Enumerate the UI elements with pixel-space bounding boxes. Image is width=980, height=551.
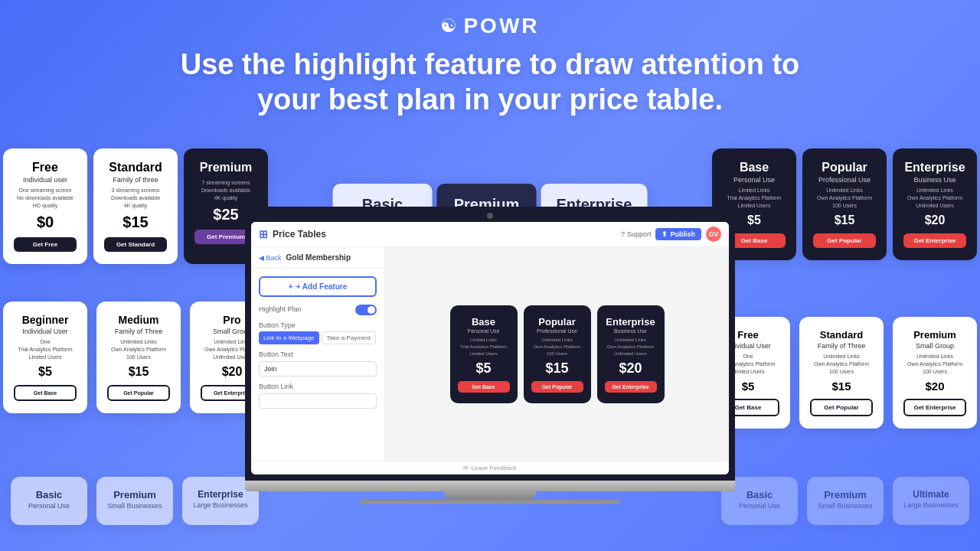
right-cards-group-2: Free Individual User OneTrial Analytics …: [703, 314, 980, 432]
button-link-label: Button Link: [259, 383, 377, 390]
highlight-plan-toggle[interactable]: [355, 305, 377, 315]
laptop-screen: ⊞ Price Tables ? Support ⬆ Publish GV: [245, 207, 735, 481]
button-text-option: Button Text: [259, 350, 377, 377]
right-cards-group: Base Personal Use Limited LinksTrial Ana…: [709, 145, 980, 263]
get-base-button[interactable]: Get Base: [14, 385, 77, 401]
avatar: GV: [706, 227, 721, 242]
left-cards-group: Free Individual user One streaming scree…: [0, 145, 271, 267]
app-body: ◀ Back Gold Membership + + Add Feature: [251, 247, 729, 461]
link-to-webpage-button[interactable]: Link to a Webpage: [259, 331, 319, 344]
preview-card-base: Base Personal Use Limited LinksTrial Ana…: [450, 305, 518, 403]
back-button[interactable]: ◀ Back: [259, 254, 282, 262]
support-icon: ?: [621, 230, 625, 238]
get-enterprise-button[interactable]: Get Enterprise: [903, 399, 966, 416]
laptop-notch: [487, 213, 493, 219]
list-item: Ultimate Large Businesses: [893, 477, 969, 525]
get-base-preview-button[interactable]: Get Base: [458, 381, 510, 393]
card-title: Free: [32, 161, 58, 174]
app-ui: ⊞ Price Tables ? Support ⬆ Publish GV: [251, 222, 729, 474]
app-title-icon: ⊞: [259, 228, 268, 240]
list-item: Free Individual user One streaming scree…: [3, 148, 87, 264]
list-item: Enterprise Business Use Unlimited LinksO…: [893, 148, 977, 260]
button-text-input[interactable]: [259, 361, 377, 377]
button-link-input[interactable]: [259, 393, 377, 409]
headline: Use the highlight feature to draw attent…: [145, 47, 835, 117]
get-free-button[interactable]: Get Free: [14, 237, 77, 252]
sidebar-nav: ◀ Back Gold Membership: [251, 247, 384, 269]
bottom-left-cards: Basic Personal Use Premium Small Busines…: [8, 474, 262, 528]
get-popular-button[interactable]: Get Popular: [810, 399, 873, 416]
button-type-label: Button Type: [259, 321, 377, 329]
app-footer: ✉ Leave Feedback: [251, 461, 729, 474]
take-payment-button[interactable]: Take a Payment: [322, 331, 376, 344]
list-item: Basic Personal Use: [11, 477, 87, 525]
get-popular-button[interactable]: Get Popular: [107, 385, 170, 401]
highlight-plan-label: Highlight Plan: [259, 305, 302, 313]
list-item: Standard Family of three 3 streaming scr…: [93, 148, 178, 264]
get-popular-button[interactable]: Get Popular: [813, 233, 876, 248]
app-title-text: Price Tables: [273, 229, 326, 240]
list-item: Popular Professional Use Unlimited Links…: [802, 148, 887, 260]
app-sidebar: ◀ Back Gold Membership + + Add Feature: [251, 247, 385, 461]
publish-icon: ⬆: [662, 230, 668, 238]
app-preview: Base Personal Use Limited LinksTrial Ana…: [385, 247, 729, 461]
button-type-group: Link to a Webpage Take a Payment: [259, 331, 377, 344]
page-header: ☯ POWR Use the highlight feature to draw…: [0, 0, 980, 117]
feedback-button[interactable]: ✉ Leave Feedback: [463, 465, 516, 471]
feedback-icon: ✉: [463, 465, 469, 471]
get-standard-button[interactable]: Get Standard: [104, 237, 167, 252]
laptop-foot: [360, 499, 620, 504]
list-item: Premium Small Group Unlimited LinksOwn A…: [893, 317, 977, 429]
bottom-right-cards: Basic Personal Use Premium Small Busines…: [718, 474, 972, 528]
get-popular-preview-button[interactable]: Get Popular: [531, 381, 583, 393]
get-enterprise-preview-button[interactable]: Get Enterprise: [605, 381, 657, 393]
plus-icon: +: [289, 282, 293, 291]
highlight-plan-option: Highlight Plan: [259, 305, 377, 315]
publish-button[interactable]: ⬆ Publish: [655, 228, 701, 240]
logo: ☯ POWR: [0, 14, 980, 38]
button-type-option: Button Type Link to a Webpage Take a Pay…: [259, 321, 377, 344]
list-item: Standard Family of Three Unlimited Links…: [799, 317, 884, 429]
list-item: Premium Small Businesses: [96, 477, 173, 525]
app-header-right: ? Support ⬆ Publish GV: [621, 227, 721, 242]
screen-content: ⊞ Price Tables ? Support ⬆ Publish GV: [251, 222, 729, 474]
app-header: ⊞ Price Tables ? Support ⬆ Publish GV: [251, 222, 729, 247]
device-mockup: ⊞ Price Tables ? Support ⬆ Publish GV: [245, 207, 735, 504]
preview-card-enterprise: Enterprise Business Use Unlimited LinksO…: [597, 305, 665, 403]
app-title: ⊞ Price Tables: [259, 228, 326, 240]
support-button[interactable]: ? Support: [621, 230, 652, 238]
toggle-knob: [368, 306, 375, 314]
list-item: Medium Family of Three Unlimited LinksOw…: [96, 302, 181, 413]
button-text-label: Button Text: [259, 350, 377, 358]
list-item: Premium Small Businesses: [807, 477, 884, 525]
logo-text: POWR: [463, 14, 539, 38]
add-feature-button[interactable]: + + Add Feature: [259, 276, 377, 297]
laptop-base: [245, 481, 735, 491]
laptop-stand: [444, 491, 536, 499]
preview-card-popular: Popular Professional Use Unlimited Links…: [524, 305, 591, 403]
sidebar-content: + + Add Feature Highlight Plan: [251, 269, 384, 461]
button-link-option: Button Link: [259, 383, 377, 409]
logo-icon: ☯: [440, 15, 457, 37]
nav-label: Gold Membership: [286, 253, 351, 262]
get-enterprise-button[interactable]: Get Enterprise: [903, 233, 966, 248]
list-item: Beginner Individual User OneTrial Analyt…: [3, 302, 87, 413]
